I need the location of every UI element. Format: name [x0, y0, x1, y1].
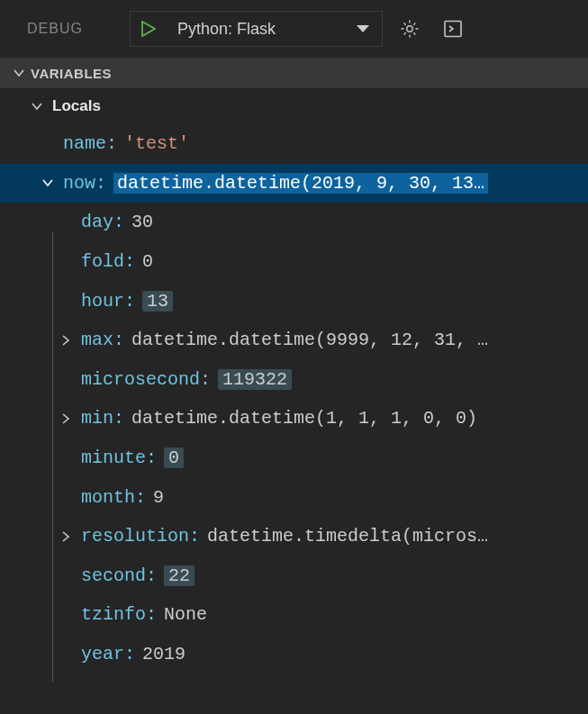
- variable-value: 30: [131, 212, 153, 232]
- variable-value: 'test': [124, 133, 189, 154]
- debug-config-select[interactable]: Python: Flask: [165, 12, 382, 46]
- tree-guide-line: [52, 231, 53, 682]
- variable-row-resolution[interactable]: resolution: datetime.timedelta(micros…: [0, 517, 588, 556]
- variable-row-max[interactable]: max: datetime.datetime(9999, 12, 31, …: [0, 321, 588, 360]
- chevron-down-icon: [31, 100, 43, 113]
- debug-config-label: Python: Flask: [177, 20, 276, 39]
- variable-row-microsecond[interactable]: microsecond: 119322: [0, 360, 588, 400]
- variable-row-second[interactable]: second: 22: [0, 556, 588, 596]
- variable-value: 119322: [218, 369, 292, 390]
- variables-section-header[interactable]: VARIABLES: [0, 58, 588, 88]
- variable-row-fold[interactable]: fold: 0: [0, 242, 588, 282]
- variable-row-name[interactable]: name: 'test': [0, 124, 588, 164]
- variable-key: name: [63, 133, 106, 154]
- variable-value: 9: [153, 487, 164, 508]
- variable-value: datetime.datetime(9999, 12, 31, …: [131, 330, 488, 350]
- chevron-down-icon: [357, 25, 369, 32]
- variable-key: month: [81, 487, 135, 508]
- chevron-down-icon: [41, 176, 54, 189]
- settings-button[interactable]: [394, 13, 426, 45]
- debug-console-icon: [442, 18, 464, 40]
- variable-row-now[interactable]: now: datetime.datetime(2019, 9, 30, 13…: [0, 164, 588, 203]
- variable-row-min[interactable]: min: datetime.datetime(1, 1, 1, 0, 0): [0, 399, 588, 438]
- variable-key: year: [81, 644, 124, 664]
- play-icon: [141, 21, 156, 37]
- variable-row-day[interactable]: day: 30: [0, 203, 588, 242]
- variable-value: None: [164, 604, 207, 625]
- variable-key: minute: [81, 447, 146, 468]
- variable-value: 2019: [142, 644, 185, 664]
- svg-marker-0: [142, 22, 155, 36]
- variable-key: hour: [81, 291, 124, 312]
- scope-locals-label: Locals: [52, 97, 101, 115]
- gear-icon: [399, 18, 421, 40]
- chevron-right-icon: [59, 334, 72, 347]
- chevron-right-icon: [59, 412, 72, 425]
- variable-row-month[interactable]: month: 9: [0, 477, 588, 517]
- debug-toolbar: DEBUG Python: Flask: [0, 0, 588, 58]
- variable-key: min: [81, 408, 113, 429]
- variable-row-tzinfo[interactable]: tzinfo: None: [0, 595, 588, 635]
- variable-row-hour[interactable]: hour: 13: [0, 281, 588, 321]
- variable-key: microsecond: [81, 369, 200, 390]
- variable-key: max: [81, 330, 113, 350]
- variable-value: 22: [164, 565, 194, 586]
- variable-key: day: [81, 212, 113, 232]
- chevron-down-icon: [13, 67, 25, 79]
- chevron-right-icon: [59, 530, 72, 543]
- start-debug-button[interactable]: [131, 21, 165, 37]
- variable-value: 13: [142, 291, 173, 312]
- svg-point-1: [407, 26, 412, 32]
- variable-value: datetime.datetime(2019, 9, 30, 13…: [113, 173, 488, 194]
- variable-value: 0: [142, 251, 153, 272]
- debug-config-box: Python: Flask: [130, 11, 383, 47]
- variable-key: now: [63, 173, 95, 194]
- variable-row-minute[interactable]: minute: 0: [0, 438, 588, 478]
- variable-key: second: [81, 565, 146, 586]
- variable-key: resolution: [81, 526, 189, 547]
- variable-row-year[interactable]: year: 2019: [0, 635, 588, 674]
- scope-locals-header[interactable]: Locals: [0, 88, 588, 124]
- variable-value: datetime.datetime(1, 1, 1, 0, 0): [131, 408, 477, 429]
- panel-title: DEBUG: [27, 21, 119, 37]
- debug-console-button[interactable]: [437, 13, 469, 45]
- variables-section-label: VARIABLES: [31, 66, 112, 81]
- variable-key: tzinfo: [81, 604, 146, 625]
- variable-key: fold: [81, 251, 124, 272]
- variable-value: datetime.timedelta(micros…: [207, 526, 488, 547]
- variable-value: 0: [164, 447, 184, 468]
